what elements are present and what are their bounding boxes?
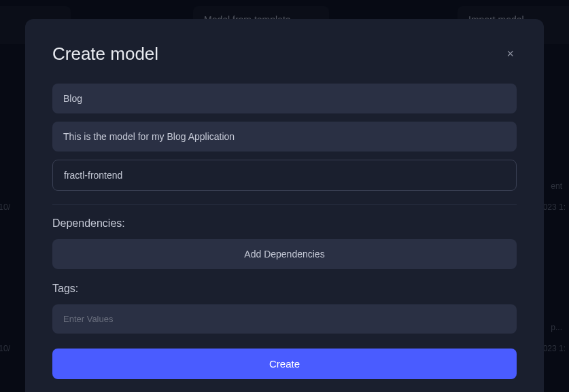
project-input[interactable] (52, 160, 517, 191)
tags-input[interactable] (52, 304, 517, 334)
close-button[interactable]: × (504, 44, 517, 64)
model-description-input[interactable] (52, 122, 517, 152)
dependencies-label: Dependencies: (52, 217, 517, 230)
create-button[interactable]: Create (52, 349, 517, 379)
model-name-input[interactable] (52, 84, 517, 113)
divider (52, 204, 517, 205)
create-model-modal: Create model × Dependencies: Add Depende… (25, 19, 544, 392)
add-dependencies-button[interactable]: Add Dependencies (52, 239, 517, 269)
tags-label: Tags: (52, 283, 517, 295)
modal-header: Create model × (52, 43, 517, 65)
modal-title: Create model (52, 43, 158, 65)
